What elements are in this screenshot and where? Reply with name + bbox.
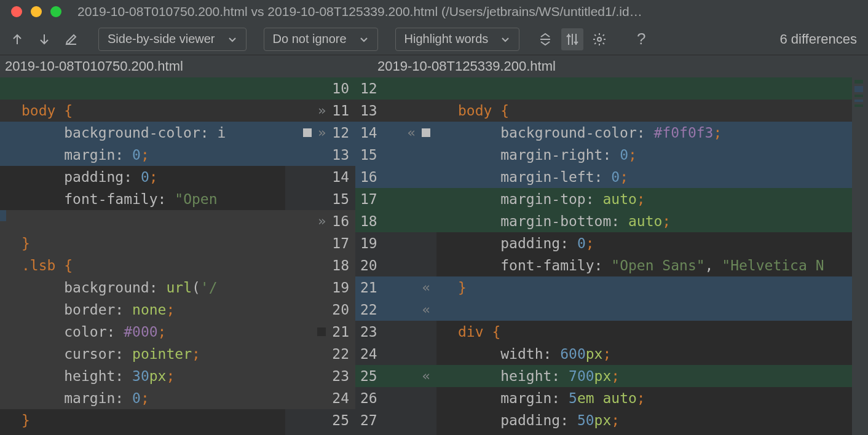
apply-left-icon[interactable]: « [422, 299, 430, 321]
right-editor[interactable]: body { background-color: #f0f0f3; margin… [436, 77, 852, 435]
line-number: 11 [332, 100, 349, 122]
line-number: 17 [360, 188, 377, 210]
line-number: 25 [360, 365, 377, 387]
right-gutter: 121314«15161718192021«22«232425«2627 [355, 77, 436, 435]
maximize-window-button[interactable] [50, 6, 61, 17]
collapse-icon [538, 32, 553, 47]
code-line[interactable] [436, 77, 852, 100]
code-line[interactable]: } [0, 409, 285, 431]
gutter-line: 21« [355, 276, 436, 299]
gutter-line: »11 [285, 100, 355, 122]
left-editor[interactable]: body { background-color: i margin: 0; pa… [0, 77, 285, 435]
line-number: 15 [360, 144, 377, 166]
gutter-line: »12 [285, 122, 355, 144]
collapse-unchanged-button[interactable] [534, 28, 556, 50]
view-mode-label: Side-by-side viewer [108, 32, 215, 46]
line-number: 19 [360, 232, 377, 254]
code-line[interactable]: padding: 50px; [436, 409, 852, 431]
code-line[interactable]: margin: 5em auto; [436, 387, 852, 409]
right-scrollbar[interactable] [852, 77, 868, 435]
settings-button[interactable] [588, 28, 610, 50]
gutter-line: 15 [355, 144, 436, 166]
code-line[interactable]: body { [436, 100, 852, 122]
scrollbar-marker [854, 95, 863, 97]
line-number: 10 [332, 77, 349, 100]
code-line[interactable]: .lsb { [0, 254, 285, 276]
code-line[interactable]: font-family: "Open [0, 188, 285, 210]
ignore-mode-dropdown[interactable]: Do not ignore [264, 28, 378, 51]
left-gutter: 10»11»12131415»16171819202122232425 [285, 77, 355, 435]
apply-left-icon[interactable]: « [422, 276, 430, 299]
apply-right-icon[interactable]: » [318, 210, 326, 232]
highlight-mode-label: Highlight words [404, 32, 489, 46]
chevron-down-icon [359, 34, 369, 44]
code-line[interactable]: font-family: "Open Sans", "Helvetica N [436, 254, 852, 276]
highlight-mode-dropdown[interactable]: Highlight words [395, 28, 520, 51]
line-number: 20 [360, 254, 377, 276]
code-line[interactable]: } [0, 232, 285, 254]
line-number: 21 [332, 321, 349, 343]
code-line[interactable]: body { [0, 100, 285, 122]
code-line[interactable]: width: 600px; [436, 343, 852, 365]
code-line[interactable]: height: 700px; [436, 365, 852, 387]
gutter-line: 18 [285, 254, 355, 276]
sync-scroll-button[interactable] [561, 28, 583, 50]
gutter-line: 14« [355, 122, 436, 144]
line-number: 21 [360, 276, 377, 299]
code-line[interactable]: background: url('/ [0, 276, 285, 299]
code-line[interactable]: margin-top: auto; [436, 188, 852, 210]
line-number: 26 [360, 387, 377, 409]
view-mode-dropdown[interactable]: Side-by-side viewer [98, 28, 247, 51]
change-marker-icon[interactable] [422, 128, 430, 137]
code-line[interactable]: cursor: pointer; [0, 343, 285, 365]
gutter-line: 24 [355, 343, 436, 365]
code-line[interactable] [0, 77, 285, 100]
code-line[interactable]: background-color: #f0f0f3; [436, 122, 852, 144]
code-line[interactable]: margin-right: 0; [436, 144, 852, 166]
line-number: 22 [360, 299, 377, 321]
line-number: 23 [360, 321, 377, 343]
code-line[interactable]: border: none; [0, 299, 285, 321]
file-tabs: 2019-10-08T010750.200.html 2019-10-08T12… [0, 55, 868, 77]
change-marker-icon[interactable] [317, 327, 326, 336]
code-line[interactable]: div { [436, 321, 852, 343]
line-number: 17 [332, 232, 349, 254]
code-line[interactable]: } [436, 276, 852, 299]
gutter-line: 18 [355, 210, 436, 232]
gutter-line: 21 [285, 321, 355, 343]
minimize-window-button[interactable] [31, 6, 42, 17]
code-line[interactable]: padding: 0; [0, 166, 285, 188]
code-line[interactable]: margin: 0; [0, 144, 285, 166]
scrollbar-marker [854, 104, 863, 107]
code-line[interactable]: padding: 0; [436, 232, 852, 254]
gutter-line: 20 [285, 299, 355, 321]
left-marker-strip [0, 77, 6, 435]
next-diff-button[interactable] [33, 28, 55, 50]
help-button[interactable]: ? [630, 28, 652, 50]
code-line[interactable]: margin-left: 0; [436, 166, 852, 188]
window-title: 2019-10-08T010750.200.html vs 2019-10-08… [77, 4, 642, 19]
apply-right-icon[interactable]: » [318, 100, 326, 122]
edit-button[interactable] [60, 28, 82, 50]
line-number: 18 [360, 210, 377, 232]
apply-left-icon[interactable]: « [408, 122, 416, 144]
line-number: 13 [360, 100, 377, 122]
prev-diff-button[interactable] [6, 28, 28, 50]
close-window-button[interactable] [11, 6, 22, 17]
line-number: 14 [332, 166, 349, 188]
code-line[interactable] [0, 210, 285, 232]
code-line[interactable]: height: 30px; [0, 365, 285, 387]
gutter-line: 23 [285, 365, 355, 387]
code-line[interactable] [436, 299, 852, 321]
sync-scroll-icon [565, 32, 580, 47]
gutter-line: 22 [285, 343, 355, 365]
code-line[interactable]: margin-bottom: auto; [436, 210, 852, 232]
apply-left-icon[interactable]: « [422, 365, 430, 387]
code-line[interactable]: margin: 0; [0, 387, 285, 409]
code-line[interactable]: color: #000; [0, 321, 285, 343]
gutter-line: 19 [285, 276, 355, 299]
gutter-line: 13 [355, 100, 436, 122]
change-marker-icon[interactable] [303, 128, 312, 137]
apply-right-icon[interactable]: » [318, 122, 326, 144]
code-line[interactable]: background-color: i [0, 122, 285, 144]
